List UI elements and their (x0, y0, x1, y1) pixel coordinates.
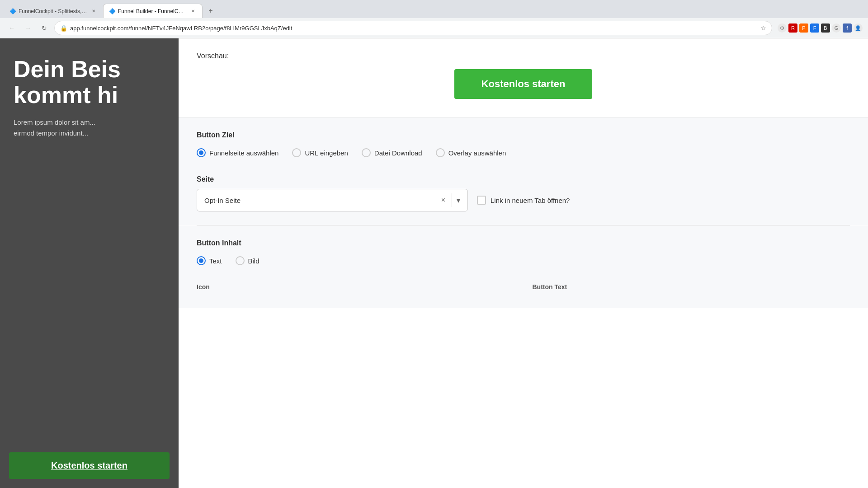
button-text-label: Button Text (533, 283, 850, 291)
tab-2-close[interactable]: ✕ (189, 8, 197, 15)
page-heading: Dein Beis kommt hi (14, 56, 165, 108)
preview-button[interactable]: Kostenlos starten (454, 69, 593, 99)
tab-bar: 🔷 FunnelCockpit - Splittests, M... ✕ 🔷 F… (0, 0, 868, 18)
bookmark-icon[interactable]: ☆ (760, 24, 766, 32)
radio-funnelseite-input[interactable] (197, 148, 206, 157)
new-tab-checkbox-box[interactable] (477, 196, 486, 205)
radio-url[interactable]: URL eingeben (292, 148, 348, 157)
radio-funnelseite-label: Funnelseite auswählen (209, 149, 278, 157)
right-panel: Vorschau: Kostenlos starten Button Ziel … (179, 38, 868, 488)
radio-text-label: Text (209, 257, 222, 265)
radio-datei-label: Datei Download (374, 149, 422, 157)
seite-selected-value: Opt-In Seite (204, 197, 441, 204)
inhalt-radio-group: Text Bild (197, 256, 850, 265)
button-inhalt-title: Button Inhalt (197, 239, 850, 247)
extension-icon-3[interactable]: P (799, 23, 808, 33)
button-inhalt-section: Button Inhalt Text Bild (179, 225, 868, 274)
reload-button[interactable]: ↻ (38, 22, 51, 34)
tab-1[interactable]: 🔷 FunnelCockpit - Splittests, M... ✕ (4, 4, 103, 18)
radio-overlay-input[interactable] (436, 148, 445, 157)
extension-icon-4[interactable]: F (810, 23, 819, 33)
new-tab-checkbox-label: Link in neuem Tab öffnen? (491, 197, 570, 204)
radio-url-label: URL eingeben (305, 149, 348, 157)
browser-chrome: 🔷 FunnelCockpit - Splittests, M... ✕ 🔷 F… (0, 0, 868, 38)
radio-bild-label: Bild (248, 257, 259, 265)
radio-text-input[interactable] (197, 256, 206, 265)
seite-row: Opt-In Seite × ▾ Link in neuem Tab öffne… (197, 189, 850, 211)
button-ziel-section: Button Ziel Funnelseite auswählen URL ei… (179, 117, 868, 171)
seite-label: Seite (197, 175, 850, 183)
radio-url-input[interactable] (292, 148, 301, 157)
profile-icon[interactable]: 👤 (854, 23, 863, 33)
seite-dropdown-arrow-icon[interactable]: ▾ (457, 196, 460, 205)
radio-datei-input[interactable] (362, 148, 371, 157)
tab-1-title: FunnelCockpit - Splittests, M... (19, 8, 87, 14)
security-icon: 🔒 (60, 25, 67, 32)
radio-overlay[interactable]: Overlay auswählen (436, 148, 506, 157)
left-panel-bottom: Kostenlos starten (0, 443, 179, 488)
extension-icon-6[interactable]: G (832, 23, 841, 33)
fields-row: Icon Button Text (179, 274, 868, 308)
radio-bild-input[interactable] (236, 256, 245, 265)
page-body-text: Lorem ipsum dolor sit am... eirmod tempo… (14, 117, 165, 139)
left-panel: Dein Beis kommt hi Lorem ipsum dolor sit… (0, 38, 179, 488)
dropdown-divider (452, 193, 452, 207)
radio-datei[interactable]: Datei Download (362, 148, 422, 157)
tab-1-close[interactable]: ✕ (90, 8, 97, 15)
extension-icon-2[interactable]: R (788, 23, 797, 33)
preview-label: Vorschau: (197, 52, 850, 60)
new-tab-button[interactable]: + (204, 5, 217, 17)
extension-icon-7[interactable]: f (843, 23, 852, 33)
radio-bild[interactable]: Bild (236, 256, 259, 265)
radio-overlay-label: Overlay auswählen (448, 149, 506, 157)
radio-funnelseite[interactable]: Funnelseite auswählen (197, 148, 278, 157)
icon-field-group: Icon (197, 283, 514, 294)
button-text-field-group: Button Text (533, 283, 850, 294)
icon-label: Icon (197, 283, 514, 291)
seite-dropdown[interactable]: Opt-In Seite × ▾ (197, 189, 468, 211)
button-ziel-radio-group: Funnelseite auswählen URL eingeben Datei… (197, 148, 850, 157)
browser-icons: ⚙ R P F B G f 👤 (778, 23, 863, 33)
tab-1-favicon: 🔷 (9, 8, 16, 14)
extension-icon-1[interactable]: ⚙ (778, 23, 787, 33)
new-tab-checkbox[interactable]: Link in neuem Tab öffnen? (477, 196, 570, 205)
preview-button-container: Kostenlos starten (197, 69, 850, 99)
address-bar[interactable]: 🔒 app.funnelcockpit.com/funnel/NETv4JFeN… (54, 21, 772, 35)
main-area: Dein Beis kommt hi Lorem ipsum dolor sit… (0, 38, 868, 488)
forward-button[interactable]: → (22, 22, 34, 34)
address-text: app.funnelcockpit.com/funnel/NETv4JFeNqa… (70, 25, 758, 32)
radio-text[interactable]: Text (197, 256, 222, 265)
seite-section: Seite Opt-In Seite × ▾ Link in neuem Tab… (179, 171, 868, 225)
left-panel-cta-button[interactable]: Kostenlos starten (9, 452, 170, 479)
extension-icon-5[interactable]: B (821, 23, 830, 33)
address-bar-row: ← → ↻ 🔒 app.funnelcockpit.com/funnel/NET… (0, 18, 868, 38)
tab-2-title: Funnel Builder - FunnelCockpit (118, 8, 187, 14)
tab-2-favicon: 🔷 (109, 8, 115, 14)
seite-clear-icon[interactable]: × (441, 196, 445, 204)
back-button[interactable]: ← (5, 22, 18, 34)
tab-2[interactable]: 🔷 Funnel Builder - FunnelCockpit ✕ (103, 4, 203, 18)
preview-section: Vorschau: Kostenlos starten (179, 38, 868, 117)
left-panel-content: Dein Beis kommt hi Lorem ipsum dolor sit… (0, 38, 179, 170)
button-ziel-title: Button Ziel (197, 131, 850, 139)
